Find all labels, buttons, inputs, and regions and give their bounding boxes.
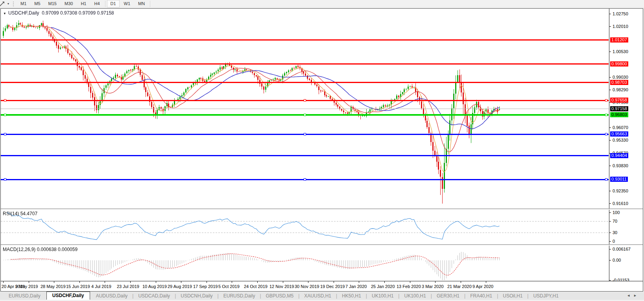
tab-hk50-h1[interactable]: HK50,H1 (337, 292, 366, 299)
hline-0.99800[interactable] (1, 63, 609, 65)
time-tick-label: 13 Feb 2020 (397, 284, 421, 289)
tool-dropdown-icon[interactable]: ▾ (6, 2, 11, 6)
tab-uk100-h1[interactable]: UK100,H1 (367, 292, 398, 299)
time-tick (232, 281, 232, 283)
price-tick-label: 1.02750 (613, 11, 628, 17)
tab-gbpusd-m5[interactable]: GBPUSD,M5 (261, 292, 299, 299)
time-tick (79, 281, 80, 283)
cursor-tool-icon[interactable] (0, 1, 6, 7)
rsi-tick-label: 30 (613, 230, 617, 235)
hline-handle-0.96803[interactable] (605, 114, 607, 116)
hline-handle-0.95663[interactable] (4, 133, 6, 135)
timeframe-button-m1[interactable]: M1 (17, 0, 30, 7)
hline-handle-0.96803[interactable] (304, 114, 306, 116)
price-pane: ▼USDCHF,Daily 0.97099 0.97308 0.97099 0.… (1, 9, 643, 209)
time-tick-label: 9 Apr 2020 (472, 284, 493, 289)
hline-handle-0.97658[interactable] (4, 99, 6, 102)
time-tick (54, 281, 54, 283)
rsi-tick (609, 233, 611, 233)
time-tick (384, 281, 385, 283)
price-line-badge: 0.93011 (610, 177, 628, 182)
price-tick-label: 0.96070 (613, 125, 628, 130)
chart-title: ▼USDCHF,Daily 0.97099 0.97308 0.97099 0.… (3, 10, 114, 16)
tab-usdchf-daily-active[interactable]: USDCHF,Daily (46, 292, 90, 300)
time-tick (156, 281, 156, 283)
price-tick (609, 127, 611, 128)
time-tick (359, 281, 359, 283)
tab-scroll-arrows: ◄► (627, 294, 640, 297)
tab-usoil-h1[interactable]: USOil,H1 (498, 292, 527, 299)
price-tick (609, 191, 611, 191)
price-tick (609, 166, 611, 166)
chart-window: ▼USDCHF,Daily 0.97099 0.97308 0.97099 0.… (0, 8, 643, 292)
timeframe-button-d1[interactable]: D1 (107, 0, 120, 7)
time-tick-label: 30 Nov 2019 (295, 284, 319, 289)
tab-ger30-h1[interactable]: GER30,H1 (432, 292, 464, 299)
tab-uk100-h1[interactable]: UK100,H1 (399, 292, 430, 299)
time-tick-label: 29 Aug 2019 (168, 284, 192, 289)
macd-tick (609, 280, 611, 281)
time-tick-label: 3 Mar 2020 (422, 284, 444, 289)
bid-price-badge: 0.97158 (610, 106, 628, 111)
hline-handle-0.95663[interactable] (605, 133, 607, 135)
time-tick (181, 281, 181, 283)
price-tick-label: 0.99030 (613, 75, 628, 80)
hline-handle-0.93011[interactable] (605, 178, 607, 181)
hline-0.94404[interactable] (1, 155, 609, 156)
tab-usdcnh-daily[interactable]: USDCNH,Daily (176, 292, 217, 299)
price-tick (609, 52, 611, 52)
rsi-tick-label: 0 (613, 239, 615, 244)
tab-eurusd-daily[interactable]: EURUSD,Daily (219, 292, 260, 299)
timeframe-button-mn[interactable]: MN (135, 0, 148, 7)
price-tick (609, 77, 611, 78)
pane-separator[interactable] (1, 244, 643, 246)
time-tick (3, 281, 4, 283)
price-line-badge: 0.99800 (610, 61, 628, 66)
rsi-pane: RSI(14) 54.4707 (1, 210, 643, 244)
time-tick-label: 15 Jun 2019 (66, 284, 90, 289)
hline-handle-0.97658[interactable] (605, 99, 607, 102)
tab-eurusd-daily[interactable]: EURUSD,Daily (4, 292, 45, 299)
price-tick-label: 1.02010 (613, 24, 628, 29)
price-line-badge: 0.98703 (610, 80, 628, 85)
time-tick (105, 281, 105, 283)
timeframe-buttons: M1M5M15M30H1H4D1W1MN (17, 0, 151, 7)
hline-0.98703[interactable] (1, 82, 609, 83)
price-line-badge: 0.96803 (610, 112, 628, 117)
price-axis: 1.012070.998000.987030.976580.968030.956… (609, 9, 643, 281)
timeframe-button-h1[interactable]: H1 (77, 0, 90, 7)
time-tick (486, 281, 486, 283)
tab-scroll-right-icon[interactable]: ► (633, 294, 640, 297)
tab-xauusd-h1[interactable]: XAUUSD,H1 (299, 292, 336, 299)
tab-usdjpy-h1[interactable]: USDJPY,H1 (528, 292, 563, 299)
chart-dropdown-icon[interactable]: ▼ (3, 12, 6, 15)
timeframe-button-m15[interactable]: M15 (45, 0, 60, 7)
timeframe-button-m30[interactable]: M30 (61, 0, 76, 7)
hline-handle-0.95663[interactable] (304, 133, 306, 135)
toolbar-separator (105, 1, 105, 7)
tab-fra40-h1[interactable]: FRA40,H1 (465, 292, 497, 299)
toolbar-grip[interactable] (13, 1, 15, 7)
toolbar-separator (150, 1, 150, 7)
macd-canvas (1, 246, 609, 281)
time-tick-label: 12 Nov 2019 (269, 284, 294, 289)
hline-1.01207[interactable] (1, 39, 609, 41)
tab-audusd-daily[interactable]: AUDUSD,Daily (91, 292, 133, 299)
hline-handle-0.93011[interactable] (304, 178, 306, 181)
pane-separator[interactable] (1, 209, 643, 210)
hline-handle-0.93011[interactable] (4, 178, 6, 181)
rsi-tick (609, 212, 611, 213)
timeframe-button-h4[interactable]: H4 (90, 0, 103, 7)
hline-handle-0.96803[interactable] (4, 114, 6, 116)
tab-scroll-left-icon[interactable]: ◄ (627, 294, 633, 297)
timeframe-button-w1[interactable]: W1 (120, 0, 134, 7)
rsi-tick (609, 241, 611, 242)
macd-tick (609, 249, 611, 249)
timeframe-button-m5[interactable]: M5 (31, 0, 44, 7)
hline-handle-0.97658[interactable] (304, 99, 306, 102)
time-tick-label: 17 Sep 2019 (193, 284, 218, 289)
time-tick (461, 281, 461, 283)
time-tick (130, 281, 131, 283)
tab-usdcad-daily[interactable]: USDCAD,Daily (133, 292, 175, 299)
bid-price-line (1, 109, 609, 109)
